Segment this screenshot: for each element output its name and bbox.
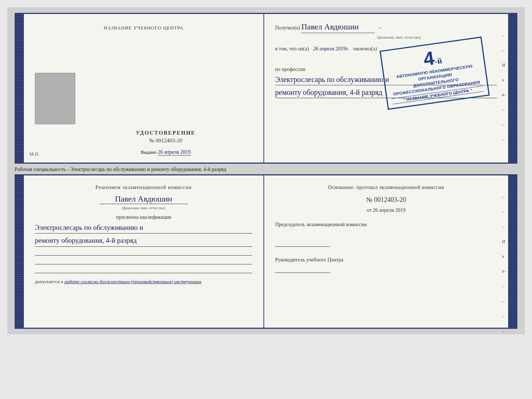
person-name-bottom: Павел Авдюшин — [100, 194, 188, 204]
chairman-block: Председатель экзаменационной комиссии — [275, 221, 497, 247]
ot-date-value: 26 апреля 2019 — [373, 207, 406, 213]
doc-type-label: УДОСТОВЕРЕНИЕ — [136, 130, 196, 136]
side-marks-top: – – И а к– – – – — [502, 32, 506, 143]
bottom-right-page: Основание: протокол экзаменационной коми… — [264, 175, 508, 328]
left-spine-top — [16, 14, 24, 163]
right-spine-bottom — [508, 175, 516, 328]
qualification-line1: Электрослесарь по обслуживанию и — [35, 222, 252, 234]
osnovaniye-text: Основание: протокол экзаменационной коми… — [275, 185, 497, 190]
qualification-line2: ремонту оборудования, 4-й разряд — [35, 235, 252, 246]
photo-area — [35, 73, 75, 124]
received-label: Получил(а) — [275, 25, 300, 31]
received-line: Получил(а) Павел Авдюшин – — [275, 21, 497, 33]
mp-label: М.П. — [29, 151, 39, 157]
separator-text: Рабочая специальность - Электрослесарь п… — [15, 164, 517, 174]
right-spine-top — [508, 14, 516, 163]
rukovoditel-signature-line — [275, 266, 330, 273]
training-center-label: НАЗВАНИЕ УЧЕБНОГО ЦЕНТРА — [104, 25, 183, 31]
left-spine-bottom — [16, 175, 24, 328]
protocol-number: № 0012403-20 — [275, 196, 497, 204]
stamp-grade-suffix: -й — [434, 56, 442, 67]
rukovoditel-block: Руководитель учебного Центра — [275, 256, 497, 273]
rukovoditel-title: Руководитель учебного Центра — [275, 256, 497, 264]
ot-prefix: от — [367, 207, 371, 213]
doc-number-value: 0012403-20 — [156, 138, 183, 143]
doc-title: УДОСТОВЕРЕНИЕ № 0012403-20 — [136, 130, 196, 144]
issued-date: 26 апреля 2019 — [158, 149, 191, 156]
okonchil-label: окончил(а) — [353, 46, 377, 51]
chairman-signature-line — [275, 239, 330, 247]
bottom-certificate-book: Решением экзаменационной комиссии Павел … — [15, 174, 517, 329]
top-left-page: НАЗВАНИЕ УЧЕБНОГО ЦЕНТРА УДОСТОВЕРЕНИЕ №… — [24, 14, 264, 163]
vtom-text: в том, что он(а) — [275, 46, 309, 51]
issued-area: Выдано 26 апреля 2019 — [141, 149, 191, 155]
blank-line-2 — [35, 258, 252, 264]
vtom-date: 26 апреля 2019г. — [313, 46, 349, 51]
blank-line-1 — [35, 249, 252, 256]
side-marks-bottom: – – – И а к– – – – – — [502, 194, 506, 334]
chairman-title: Председатель экзаменационной комиссии — [275, 221, 497, 228]
number-prefix-bottom: № — [366, 196, 373, 203]
doc-number: № 0012403-20 — [136, 138, 196, 144]
recipient-name: Павел Авдюшин — [301, 21, 375, 33]
dopuskaetsya-label: допускается к — [35, 279, 63, 284]
page-wrapper: НАЗВАНИЕ УЧЕБНОГО ЦЕНТРА УДОСТОВЕРЕНИЕ №… — [7, 7, 525, 334]
fio-hint-bottom-area: (фамилия, имя, отчество) — [35, 206, 252, 210]
fio-hint-bottom: (фамилия, имя, отчество) — [35, 206, 252, 210]
protocol-number-value: 0012403-20 — [374, 196, 406, 203]
top-right-page: Получил(а) Павел Авдюшин – (фамилия, имя… — [264, 14, 508, 163]
bottom-left-page: Решением экзаменационной комиссии Павел … — [24, 175, 264, 328]
person-name-area: Павел Авдюшин — [35, 194, 252, 205]
top-certificate-book: НАЗВАНИЕ УЧЕБНОГО ЦЕНТРА УДОСТОВЕРЕНИЕ №… — [15, 13, 517, 164]
dopuskaetsya-area: допускается к работе согласно должностны… — [35, 279, 252, 285]
separator-label: Рабочая специальность - Электрослесарь п… — [15, 167, 226, 172]
dopuskaetsya-text: работе согласно должностным (производств… — [64, 279, 201, 284]
resheniyem-title: Решением экзаменационной комиссии — [35, 185, 252, 190]
stamp-grade-number: 4 — [422, 48, 435, 69]
issued-label: Выдано — [141, 149, 157, 155]
number-prefix: № — [149, 138, 154, 143]
prisvoyena-label: присвоена квалификация — [35, 214, 252, 220]
ot-date-area: от 26 апреля 2019 — [275, 207, 497, 213]
blank-line-3 — [35, 267, 252, 273]
